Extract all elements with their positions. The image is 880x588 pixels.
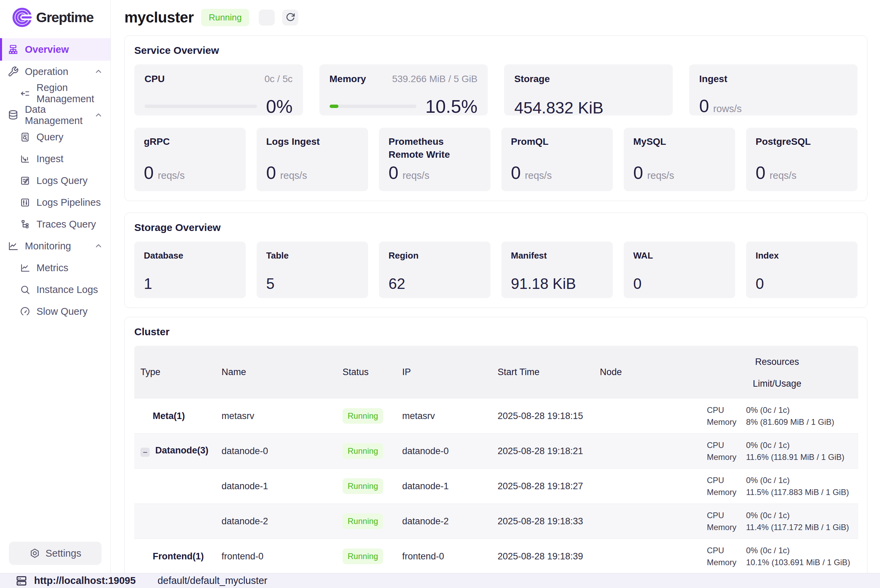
monitoring-icon: [8, 240, 19, 252]
database-value: 1: [144, 275, 236, 292]
row-node: [594, 434, 696, 469]
row-name: datanode-0: [215, 434, 336, 469]
wal-value: 0: [633, 275, 725, 292]
sidebar-item-label: Ingest: [36, 153, 63, 165]
col-resources-label: Resources: [755, 357, 799, 367]
service-metric-cards: CPU 0c / 5c 0% Memory 539.266 MiB / 5 Gi…: [134, 64, 857, 116]
cluster-table: Type Name Status IP Start Time Node Reso…: [134, 346, 858, 573]
sidebar-nav: Overview Operation Region Management: [0, 38, 110, 322]
database-card: Database 1: [134, 242, 246, 298]
mysql-card: MySQL 0reqs/s: [624, 128, 735, 191]
region-management-icon: [20, 88, 30, 99]
mysql-value: 0: [633, 162, 643, 183]
metrics-icon: [20, 262, 30, 273]
row-ip: metasrv: [396, 399, 491, 434]
sidebar-item-instance-logs[interactable]: Instance Logs: [0, 279, 110, 300]
res-cpu-label: CPU: [707, 441, 746, 450]
grpc-card: gRPC 0reqs/s: [134, 128, 246, 191]
index-label: Index: [755, 250, 848, 261]
ingest-label: Ingest: [699, 73, 727, 86]
row-ip: datanode-1: [396, 469, 491, 504]
col-type: Type: [134, 346, 215, 399]
row-start-time: 2025-08-28 19:18:15: [491, 399, 594, 434]
sidebar-item-slow-query[interactable]: Slow Query: [0, 300, 110, 322]
logs-ingest-unit: reqs/s: [280, 170, 307, 181]
greptime-logo-icon: [12, 7, 33, 28]
table-row-frontend-0: Frontend(1) frontend-0 Running frontend-…: [134, 539, 858, 573]
storage-overview-title: Storage Overview: [134, 222, 857, 233]
region-card: Region 62: [379, 242, 490, 298]
memory-progress-fill: [330, 105, 339, 108]
sidebar-item-label: Slow Query: [36, 306, 88, 317]
row-start-time: 2025-08-28 19:18:39: [491, 539, 594, 573]
storage-overview-panel: Storage Overview Database 1 Table 5 Regi…: [125, 213, 867, 308]
res-cpu-value: 0% (0c / 1c): [746, 511, 790, 520]
promql-value: 0: [511, 162, 521, 183]
res-cpu-value: 0% (0c / 1c): [746, 476, 790, 485]
wal-card: WAL 0: [624, 242, 735, 298]
prometheus-remote-write-card: Prometheus Remote Write 0reqs/s: [379, 128, 490, 191]
sidebar-item-region-management[interactable]: Region Management: [0, 82, 110, 104]
cluster-action-button[interactable]: [259, 9, 275, 26]
sidebar-item-metrics[interactable]: Metrics: [0, 257, 110, 279]
row-start-time: 2025-08-28 19:18:33: [491, 504, 594, 539]
row-type: Frontend(1): [153, 551, 204, 561]
mysql-unit: reqs/s: [647, 170, 674, 181]
cpu-limit: 0c / 5c: [264, 74, 293, 84]
sidebar-section-data-management[interactable]: Data Management: [0, 104, 110, 126]
settings-label: Settings: [46, 548, 81, 559]
chevron-up-icon: [94, 242, 103, 250]
status-bar: http://localhost:19095 default/default_m…: [0, 573, 880, 588]
res-memory-label: Memory: [707, 452, 746, 462]
postgresql-value: 0: [755, 162, 766, 183]
res-cpu-value: 0% (0c / 1c): [746, 441, 790, 450]
grpc-label: gRPC: [144, 135, 236, 148]
res-memory-label: Memory: [707, 488, 746, 497]
col-resources: Resources Limit/Usage: [696, 346, 858, 399]
sidebar-section-operation[interactable]: Operation: [0, 61, 110, 82]
row-name: datanode-1: [215, 469, 336, 504]
query-icon: [20, 132, 30, 142]
sidebar-item-label: Monitoring: [25, 240, 71, 252]
storage-card: Storage 454.832 KiB: [504, 64, 673, 116]
sidebar: Greptime Overview Operation: [0, 0, 111, 573]
collapse-toggle-icon[interactable]: [140, 448, 150, 457]
col-limit-usage-label: Limit/Usage: [753, 378, 802, 389]
row-node: [594, 399, 696, 434]
row-node: [594, 539, 696, 573]
sidebar-item-query[interactable]: Query: [0, 126, 110, 148]
sidebar-section-monitoring[interactable]: Monitoring: [0, 235, 110, 257]
postgresql-label: PostgreSQL: [755, 135, 848, 148]
sidebar-item-logs-pipelines[interactable]: Logs Pipelines: [0, 192, 110, 213]
sidebar-item-logs-query[interactable]: Logs Query: [0, 170, 110, 192]
col-name: Name: [215, 346, 336, 399]
refresh-button[interactable]: [282, 9, 298, 26]
row-node: [594, 504, 696, 539]
chevron-up-icon: [94, 111, 103, 120]
row-status-badge: Running: [342, 443, 383, 459]
row-start-time: 2025-08-28 19:18:27: [491, 469, 594, 504]
cluster-title: mycluster: [125, 9, 194, 26]
postgresql-unit: reqs/s: [770, 170, 796, 181]
res-cpu-label: CPU: [707, 546, 746, 555]
table-row-datanode-1: datanode-1 Running datanode-1 2025-08-28…: [134, 469, 858, 504]
res-memory-label: Memory: [707, 558, 746, 567]
cpu-percent: 0%: [266, 96, 293, 117]
row-name: frontend-0: [215, 539, 336, 573]
sidebar-item-overview[interactable]: Overview: [0, 38, 110, 61]
grpc-unit: reqs/s: [158, 170, 185, 181]
wrench-icon: [8, 66, 19, 77]
row-start-time: 2025-08-28 19:18:21: [491, 434, 594, 469]
sidebar-item-traces-query[interactable]: Traces Query: [0, 213, 110, 235]
table-value: 5: [266, 275, 359, 292]
cpu-progress-bar: [144, 105, 257, 108]
traces-query-icon: [20, 219, 30, 230]
sidebar-item-ingest[interactable]: Ingest: [0, 148, 110, 170]
storage-label: Storage: [514, 73, 550, 86]
prometheus-remote-write-unit: reqs/s: [402, 170, 429, 181]
settings-button[interactable]: Settings: [9, 542, 102, 565]
row-type: Datanode(3): [155, 445, 209, 456]
promql-card: PromQL 0reqs/s: [502, 128, 613, 191]
manifest-card: Manifest 91.18 KiB: [502, 242, 613, 298]
cluster-section-title: Cluster: [134, 326, 857, 338]
